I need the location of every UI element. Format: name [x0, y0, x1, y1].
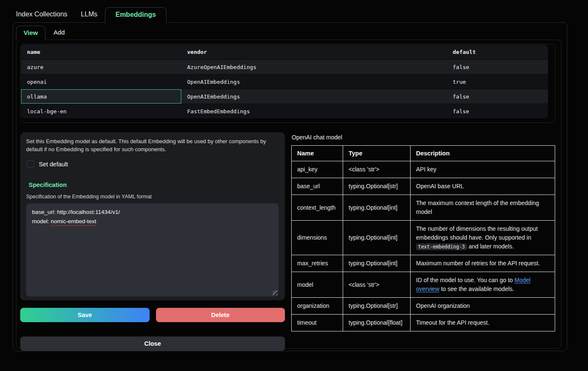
top-tab-index-collections[interactable]: Index Collections — [16, 11, 67, 22]
set-default-row: Set default — [27, 160, 279, 168]
save-button[interactable]: Save — [20, 308, 150, 322]
cell-vendor-local-bge-en: FastEmbedEmbeddings — [181, 104, 447, 118]
param-type-model: <class 'str'> — [343, 272, 411, 298]
yaml-line-2: model: nomic-embed-text — [32, 217, 273, 226]
param-name-base_url: base_url — [292, 178, 343, 195]
params-col-type: Type — [343, 146, 411, 161]
param-description-organization: OpenAI organization — [411, 298, 555, 315]
model-overview-link[interactable]: Model overview — [416, 277, 531, 292]
param-type-max_retries: typing.Optional[int] — [343, 255, 411, 272]
param-name-context_length: context_length — [292, 195, 343, 221]
header-cell-default: default — [447, 45, 548, 59]
top-tab-llms[interactable]: LLMs — [81, 11, 97, 22]
param-description-timeout: Timeout for the API request. — [411, 315, 555, 331]
param-description-base_url: OpenAI base URL — [411, 178, 555, 195]
cell-default-openai: true — [447, 75, 548, 89]
sub-tab-bar: View Add — [13, 23, 567, 40]
param-type-context_length: typing.Optional[int] — [343, 195, 411, 221]
left-column: Set this Embedding model as default. Thi… — [20, 132, 285, 351]
action-buttons: Save Delete — [20, 308, 285, 322]
detail-area: Set this Embedding model as default. Thi… — [20, 132, 555, 351]
params-col-description: Description — [411, 146, 555, 161]
specification-heading: Specification — [29, 181, 279, 188]
embeddings-row-azure[interactable]: azureAzureOpenAIEmbeddingsfalse — [21, 59, 548, 74]
set-default-label: Set default — [39, 161, 68, 168]
param-type-base_url: typing.Optional[str] — [343, 178, 411, 195]
cell-name-azure: azure — [21, 60, 181, 74]
param-name-timeout: timeout — [292, 315, 343, 331]
param-type-dimensions: typing.Optional[int] — [343, 221, 411, 255]
param-row-organization: organizationtyping.Optional[str]OpenAI o… — [292, 298, 555, 315]
set-default-checkbox[interactable] — [27, 160, 34, 168]
param-description-model: ID of the model to use. You can go to Mo… — [411, 272, 555, 298]
param-description-dimensions: The number of dimensions the resulting o… — [411, 221, 555, 255]
top-tab-embeddings[interactable]: Embeddings — [105, 7, 166, 23]
yaml-editor[interactable]: base_url: http://localhost:11434/v1/ mod… — [26, 203, 279, 296]
param-row-timeout: timeouttyping.Optional[float]Timeout for… — [292, 315, 555, 331]
cell-name-ollama: ollama — [21, 89, 181, 104]
embeddings-panel: View Add namevendordefaultazureAzureOpen… — [13, 22, 567, 351]
specification-hint: Specification of the Embedding model in … — [26, 194, 279, 200]
param-description-api_key: API key — [411, 161, 555, 178]
params-table: Name Type Description api_key<class 'str… — [291, 145, 555, 331]
header-cell-name: name — [21, 45, 181, 59]
param-row-dimensions: dimensionstyping.Optional[int]The number… — [292, 221, 555, 255]
param-description-max_retries: Maximum number of retries for the API re… — [411, 255, 555, 272]
param-row-model: model<class 'str'>ID of the model to use… — [292, 272, 555, 298]
param-row-context_length: context_lengthtyping.Optional[int]The ma… — [292, 195, 555, 221]
param-row-api_key: api_key<class 'str'>API key — [292, 161, 555, 178]
params-col-name: Name — [292, 146, 343, 161]
cell-name-openai: openai — [21, 75, 181, 89]
params-table-head: Name Type Description — [292, 146, 555, 161]
close-button[interactable]: Close — [20, 336, 285, 351]
embeddings-row-openai[interactable]: openaiOpenAIEmbeddingstrue — [21, 74, 548, 89]
cell-default-azure: false — [447, 60, 548, 74]
params-header-row: Name Type Description — [292, 146, 555, 161]
subtab-view[interactable]: View — [16, 26, 46, 40]
top-tab-bar: Index Collections LLMs Embeddings — [0, 0, 588, 22]
inline-code: text-embedding-3 — [416, 243, 467, 250]
embeddings-table-card: namevendordefaultazureAzureOpenAIEmbeddi… — [20, 44, 555, 123]
param-type-api_key: <class 'str'> — [343, 161, 411, 178]
cell-vendor-ollama: OpenAIEmbeddings — [181, 89, 447, 104]
default-and-spec-panel: Set this Embedding model as default. Thi… — [20, 132, 285, 300]
embeddings-table: namevendordefaultazureAzureOpenAIEmbeddi… — [21, 45, 548, 118]
app-window: Index Collections LLMs Embeddings View A… — [0, 0, 588, 371]
cell-default-local-bge-en: false — [447, 104, 548, 118]
misspelled-word: nomic-embed-text — [51, 218, 96, 224]
yaml-line-1: base_url: http://localhost:11434/v1/ — [32, 208, 273, 217]
param-name-max_retries: max_retries — [292, 255, 343, 272]
params-title: OpenAI chat model — [292, 134, 555, 141]
embeddings-row-local-bge-en[interactable]: local-bge-enFastEmbedEmbeddingsfalse — [21, 104, 548, 118]
param-name-dimensions: dimensions — [292, 221, 343, 255]
param-name-api_key: api_key — [292, 161, 343, 178]
default-description: Set this Embedding model as default. Thi… — [26, 138, 279, 154]
view-tab-content: namevendordefaultazureAzureOpenAIEmbeddi… — [16, 40, 561, 349]
param-row-base_url: base_urltyping.Optional[str]OpenAI base … — [292, 178, 555, 195]
subtab-add[interactable]: Add — [54, 29, 65, 40]
param-name-model: model — [292, 272, 343, 298]
cell-vendor-openai: OpenAIEmbeddings — [181, 75, 447, 89]
embeddings-table-header-row: namevendordefault — [21, 45, 548, 59]
param-type-organization: typing.Optional[str] — [343, 298, 411, 315]
param-description-context_length: The maximum context length of the embedd… — [411, 195, 555, 221]
params-table-body: api_key<class 'str'>API keybase_urltypin… — [292, 161, 555, 331]
cell-name-local-bge-en: local-bge-en — [21, 104, 181, 118]
right-column: OpenAI chat model Name Type Description … — [291, 132, 555, 351]
embeddings-row-ollama[interactable]: ollamaOpenAIEmbeddingsfalse — [21, 89, 548, 104]
param-row-max_retries: max_retriestyping.Optional[int]Maximum n… — [292, 255, 555, 272]
cell-vendor-azure: AzureOpenAIEmbeddings — [181, 60, 447, 74]
header-cell-vendor: vendor — [181, 45, 447, 59]
cell-default-ollama: false — [447, 89, 548, 104]
param-name-organization: organization — [292, 298, 343, 315]
param-type-timeout: typing.Optional[float] — [343, 315, 411, 331]
delete-button[interactable]: Delete — [156, 308, 285, 322]
